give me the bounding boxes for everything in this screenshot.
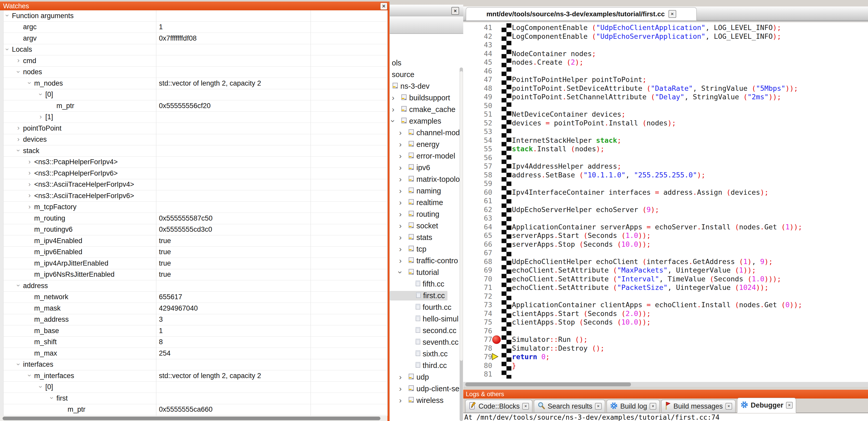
chevron-right-icon[interactable]: › — [397, 128, 404, 137]
code-line[interactable]: 79return 0; — [463, 353, 868, 361]
tree-vscrollbar-thumb[interactable] — [460, 71, 463, 361]
log-tab-debugger[interactable]: Debugger× — [737, 398, 796, 413]
code-line[interactable]: 73ApplicationContainer clientApps = echo… — [463, 300, 868, 309]
close-icon[interactable]: × — [650, 403, 656, 410]
code-line[interactable]: 69echoClient.SetAttribute ("MaxPackets",… — [463, 266, 868, 274]
tree-item[interactable]: ›examples — [390, 116, 441, 126]
code-line[interactable]: 46 — [463, 67, 868, 75]
watch-row[interactable]: ›stack — [4, 145, 388, 157]
watch-row[interactable]: ›first — [4, 393, 388, 404]
code-line[interactable]: 60Ipv4InterfaceContainer interfaces = ad… — [463, 188, 868, 197]
tree-item[interactable]: ›buildsupport — [390, 93, 450, 103]
watch-row[interactable]: argc1 — [4, 22, 388, 33]
close-icon[interactable]: × — [669, 10, 676, 18]
chevron-down-icon[interactable]: › — [14, 361, 23, 367]
tree-item[interactable]: fifth.cc — [390, 279, 444, 289]
chevron-down-icon[interactable]: › — [3, 46, 11, 53]
chevron-down-icon[interactable]: › — [37, 91, 45, 97]
watch-row[interactable]: argv0x7fffffffdf08 — [4, 33, 388, 44]
chevron-right-icon[interactable]: › — [37, 113, 44, 121]
watch-row[interactable]: m_max254 — [4, 348, 388, 359]
watch-row[interactable]: m_ptr0x5555555ca660 — [4, 404, 388, 416]
watch-row[interactable]: m_routing0x555555587c50 — [4, 213, 388, 224]
tree-item[interactable]: ›ipv6 — [390, 162, 430, 173]
code-line[interactable]: 56 — [463, 153, 868, 162]
chevron-down-icon[interactable]: › — [390, 118, 398, 124]
tree-item[interactable]: ›tcp — [390, 244, 427, 254]
chevron-down-icon[interactable]: › — [26, 373, 34, 379]
chevron-down-icon[interactable]: › — [37, 384, 45, 390]
code-line[interactable]: 45nodes.Create (2); — [463, 58, 868, 67]
watch-row[interactable]: ›m_interfacesstd::vector of length 2, ca… — [4, 370, 388, 382]
watch-row[interactable]: ›devices — [4, 134, 388, 145]
close-icon[interactable]: × — [786, 402, 793, 409]
code-line[interactable]: 71echoClient.SetAttribute ("PacketSize",… — [463, 283, 868, 292]
editor-tab[interactable]: mnt/dev/tools/source/ns-3-dev/examples/t… — [466, 7, 697, 21]
chevron-right-icon[interactable]: › — [397, 163, 404, 172]
log-tab-build-messages[interactable]: Build messages× — [661, 400, 736, 413]
code-line[interactable]: 61 — [463, 197, 868, 205]
code-line[interactable]: 47PointToPointHelper pointToPoint; — [463, 75, 868, 84]
code-line[interactable]: 42LogComponentEnable ("UdpEchoServerAppl… — [463, 32, 868, 41]
log-tab-search-results[interactable]: Search results× — [534, 400, 605, 413]
chevron-right-icon[interactable]: › — [397, 210, 404, 219]
tree-item[interactable]: ›realtime — [390, 197, 443, 208]
chevron-right-icon[interactable]: › — [397, 373, 404, 382]
watch-row[interactable]: ›Locals — [4, 44, 388, 56]
code-line[interactable]: 44NodeContainer nodes; — [463, 50, 868, 58]
chevron-down-icon[interactable]: › — [48, 395, 56, 401]
chevron-down-icon[interactable]: › — [14, 69, 23, 75]
tree-item[interactable]: ols — [390, 58, 401, 68]
chevron-right-icon[interactable]: › — [397, 221, 404, 230]
code-line[interactable]: 49pointToPoint.SetChannelAttribute ("Del… — [463, 93, 868, 101]
code-line[interactable]: 74clientApps.Start (Seconds (2.0)); — [463, 309, 868, 318]
breakpoint-icon[interactable] — [492, 335, 501, 344]
watch-row[interactable]: m_shift8 — [4, 337, 388, 348]
code-area[interactable]: 41LogComponentEnable ("UdpEchoClientAppl… — [463, 22, 868, 382]
chevron-right-icon[interactable]: › — [397, 384, 404, 393]
code-line[interactable]: 62UdpEchoServerHelper echoServer (9); — [463, 205, 868, 214]
chevron-down-icon[interactable]: › — [14, 282, 23, 289]
chevron-right-icon[interactable]: › — [397, 396, 404, 405]
watch-row[interactable]: m_ptr0x55555556cf20 — [4, 100, 388, 112]
code-line[interactable]: 81 — [463, 370, 868, 379]
chevron-right-icon[interactable]: › — [397, 198, 404, 207]
chevron-right-icon[interactable]: › — [390, 105, 397, 114]
chevron-right-icon[interactable]: › — [397, 256, 404, 265]
chevron-down-icon[interactable]: › — [26, 80, 34, 86]
chevron-right-icon[interactable]: › — [397, 175, 404, 184]
close-icon[interactable]: × — [595, 403, 602, 410]
code-line[interactable]: 59 — [463, 179, 868, 188]
code-line[interactable]: 43 — [463, 41, 868, 50]
watch-row[interactable]: ›pointToPoint — [4, 123, 388, 134]
code-line[interactable]: 80} — [463, 361, 868, 370]
tree-item[interactable]: fourth.cc — [390, 302, 451, 313]
chevron-down-icon[interactable]: › — [3, 12, 11, 19]
tree-item[interactable]: sixth.cc — [390, 349, 448, 359]
code-line[interactable]: 57Ipv4AddressHelper address; — [463, 162, 868, 171]
chevron-right-icon[interactable]: › — [397, 152, 404, 160]
chevron-down-icon[interactable]: › — [14, 148, 23, 154]
tree-item[interactable]: ›channel-mod — [390, 128, 460, 138]
watch-row[interactable]: ›<ns3::PcapHelperForIpv6> — [4, 168, 388, 179]
tree-item[interactable]: ›cmake_cache — [390, 104, 456, 115]
chevron-right-icon[interactable]: › — [397, 233, 404, 242]
logs-titlebar[interactable]: Logs & others — [463, 390, 868, 398]
watch-row[interactable]: m_mask4294967040 — [4, 303, 388, 314]
code-line[interactable]: 48pointToPoint.SetDeviceAttribute ("Data… — [463, 84, 868, 93]
chevron-right-icon[interactable]: › — [26, 180, 33, 188]
watch-row[interactable]: ›Function arguments — [4, 10, 388, 22]
code-line[interactable]: 77Simulator::Run (); — [463, 335, 868, 344]
watch-row[interactable]: m_network655617 — [4, 292, 388, 303]
watch-row[interactable]: m_ipv4ArpJitterEnabledtrue — [4, 258, 388, 269]
tree-item[interactable]: second.cc — [390, 325, 457, 336]
watch-row[interactable]: ›address — [4, 280, 388, 292]
tree-item[interactable]: ›routing — [390, 209, 439, 219]
code-line[interactable]: 63 — [463, 214, 868, 223]
watch-row[interactable]: ›cmd — [4, 55, 388, 67]
code-line[interactable]: 65serverApps.Start (Seconds (1.0)); — [463, 231, 868, 240]
code-line[interactable]: 66serverApps.Stop (Seconds (10.0)); — [463, 240, 868, 249]
chevron-right-icon[interactable]: › — [15, 124, 22, 132]
watches-hscrollbar[interactable] — [0, 416, 388, 421]
chevron-right-icon[interactable]: › — [26, 158, 33, 166]
